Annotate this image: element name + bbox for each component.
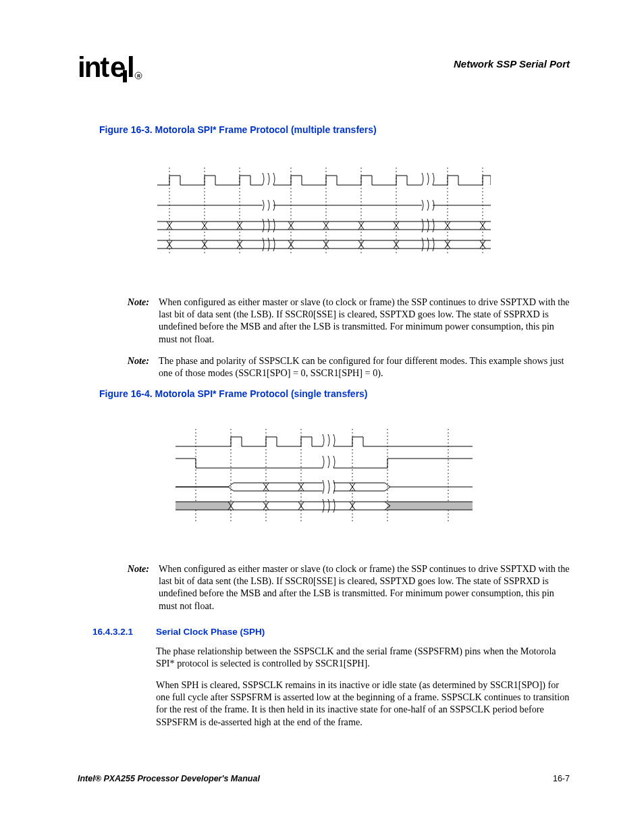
section-16-4-3-2-1: 16.4.3.2.1 Serial Clock Phase (SPH) <box>92 627 570 637</box>
note-3: Note: When configured as either master o… <box>115 563 570 612</box>
note-label: Note: <box>115 563 159 612</box>
page-header: int e l R Network SSP Serial Port <box>78 53 570 85</box>
note-body: When configured as either master or slav… <box>159 296 570 345</box>
note-label: Note: <box>115 355 159 379</box>
note-2: Note: The phase and polarity of SSPSCLK … <box>115 355 570 379</box>
page-footer: Intel® PXA255 Processor Developer's Manu… <box>78 774 570 783</box>
figure-16-4-diagram <box>78 429 570 523</box>
note-body: When configured as either master or slav… <box>159 563 570 612</box>
svg-rect-72 <box>387 502 473 510</box>
section-title: Serial Clock Phase (SPH) <box>156 627 570 637</box>
intel-logo: int e l R <box>78 53 145 85</box>
svg-text:int: int <box>78 53 109 83</box>
note-label: Note: <box>115 296 159 345</box>
section-number: 16.4.3.2.1 <box>92 627 156 637</box>
figure-16-4-title: Figure 16-4. Motorola SPI* Frame Protoco… <box>99 388 570 399</box>
svg-text:l: l <box>127 53 134 83</box>
footer-page-number: 16-7 <box>553 774 570 783</box>
figure-16-3-title: Figure 16-3. Motorola SPI* Frame Protoco… <box>99 124 570 135</box>
paragraph-1: The phase relationship between the SSPSC… <box>156 645 570 669</box>
intel-logo-svg: int e l R <box>78 53 145 85</box>
figure-16-3-diagram <box>78 167 570 255</box>
svg-text:R: R <box>137 74 140 78</box>
note-body: The phase and polarity of SSPSCLK can be… <box>159 355 570 379</box>
svg-rect-71 <box>176 502 231 510</box>
paragraph-2: When SPH is cleared, SSPSCLK remains in … <box>156 679 570 728</box>
doc-section-title: Network SSP Serial Port <box>454 58 570 70</box>
note-1: Note: When configured as either master o… <box>115 296 570 345</box>
footer-doc-title: Intel® PXA255 Processor Developer's Manu… <box>78 774 260 783</box>
